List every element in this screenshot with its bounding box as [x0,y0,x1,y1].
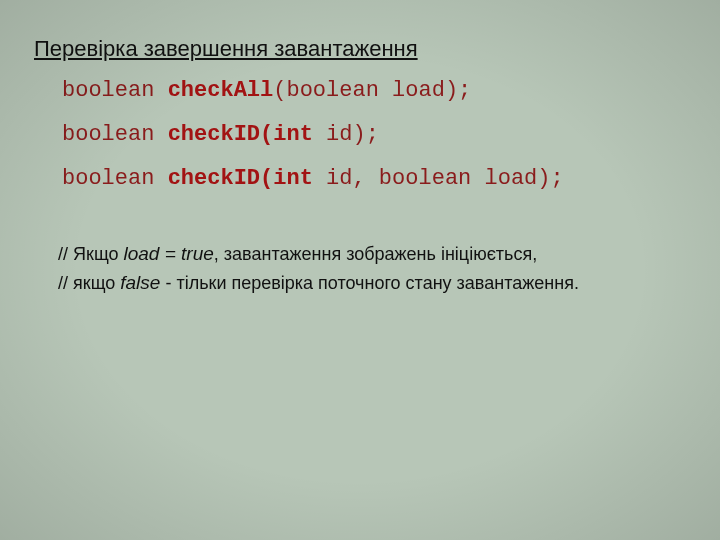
code-token: ( [273,78,286,103]
comment-emphasis: load = true [124,243,214,264]
code-block: boolean checkAll(boolean load); boolean … [62,80,686,190]
comment-text: - тільки перевірка поточного стану заван… [160,273,579,293]
section-heading: Перевірка завершення завантаження [34,36,686,62]
code-token: checkAll [168,78,274,103]
slide-content: Перевірка завершення завантаження boolea… [0,0,720,297]
code-token: boolean [62,166,168,191]
code-line-2: boolean checkID(int id); [62,124,686,146]
code-token: boolean [62,78,168,103]
comment-block: // Якщо load = true, завантаження зображ… [58,240,686,297]
comment-text: // якщо [58,273,120,293]
comment-line-1: // Якщо load = true, завантаження зображ… [58,240,686,269]
code-token: boolean load); [286,78,471,103]
code-token: id, boolean load); [326,166,564,191]
comment-line-2: // якщо false - тільки перевірка поточно… [58,269,686,298]
code-token: boolean [62,122,168,147]
code-line-3: boolean checkID(int id, boolean load); [62,168,686,190]
comment-emphasis: false [120,272,160,293]
code-token: checkID(int [168,122,326,147]
comment-text: // Якщо [58,244,124,264]
code-token: checkID(int [168,166,326,191]
code-line-1: boolean checkAll(boolean load); [62,80,686,102]
comment-text: , завантаження зображень ініціюється, [214,244,537,264]
code-token: id); [326,122,379,147]
